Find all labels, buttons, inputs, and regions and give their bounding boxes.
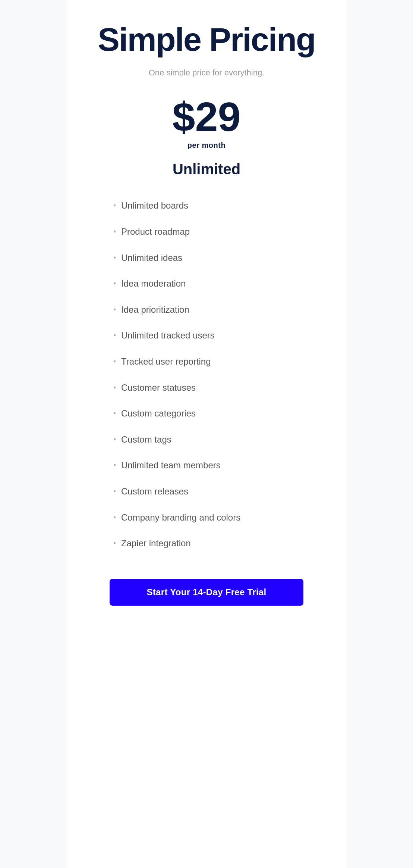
feature-item: Company branding and colors <box>113 505 300 531</box>
features-list: Unlimited boardsProduct roadmapUnlimited… <box>113 193 300 556</box>
per-month-label: per month <box>82 141 331 150</box>
feature-item: Unlimited ideas <box>113 245 300 271</box>
feature-item: Product roadmap <box>113 219 300 245</box>
feature-item: Custom tags <box>113 427 300 453</box>
cta-button[interactable]: Start Your 14-Day Free Trial <box>110 579 303 606</box>
feature-item: Custom categories <box>113 400 300 427</box>
page-subtitle: One simple price for everything. <box>82 68 331 78</box>
feature-item: Custom releases <box>113 478 300 505</box>
feature-item: Unlimited boards <box>113 193 300 219</box>
feature-item: Zapier integration <box>113 530 300 556</box>
price-display: $29 <box>82 96 331 137</box>
feature-item: Idea prioritization <box>113 297 300 323</box>
page-title: Simple Pricing <box>82 22 331 57</box>
feature-item: Idea moderation <box>113 271 300 297</box>
feature-item: Unlimited team members <box>113 452 300 478</box>
plan-name: Unlimited <box>82 161 331 178</box>
feature-item: Customer statuses <box>113 375 300 401</box>
feature-item: Unlimited tracked users <box>113 322 300 349</box>
feature-item: Tracked user reporting <box>113 349 300 375</box>
pricing-page: Simple Pricing One simple price for ever… <box>67 0 346 868</box>
